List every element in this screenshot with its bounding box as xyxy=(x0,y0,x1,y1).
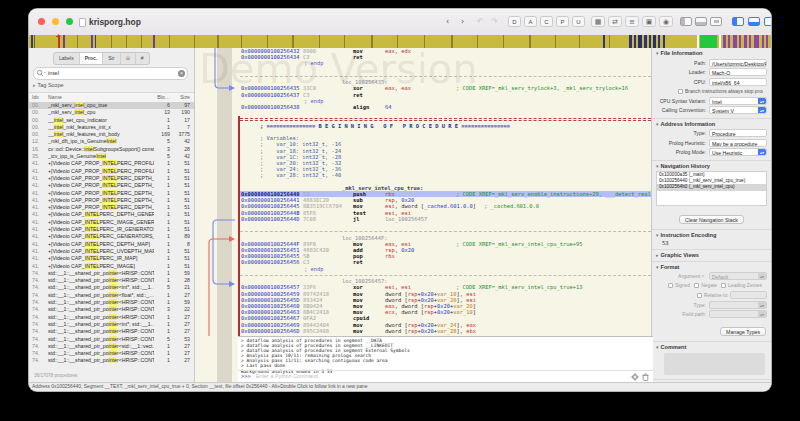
disassembly-view[interactable]: 0x00000001002564328900moveax, edx0x00000… xyxy=(238,48,653,382)
symbol-row[interactable]: 35._icv_ipp_is_GenuineIntel542 xyxy=(29,153,194,160)
ribbon-mark[interactable] xyxy=(700,35,717,48)
ribbon-mark[interactable] xyxy=(126,35,127,48)
symbol-row[interactable]: 74.std::__1::__shared_ptr_pointer<std::_… xyxy=(29,343,194,350)
ribbon-mark[interactable] xyxy=(603,35,605,48)
grid-view-icon[interactable]: ▣ xyxy=(642,16,656,27)
graphic-views-header[interactable]: ▸Graphic Views xyxy=(656,251,767,259)
branch-stop-checkbox[interactable] xyxy=(678,89,683,94)
ribbon-mark[interactable] xyxy=(579,35,580,48)
calling-convention-select[interactable]: System V▴▾ xyxy=(709,106,767,114)
column-idx[interactable]: Idx xyxy=(29,93,48,102)
mark-undefined-button[interactable]: U xyxy=(572,16,585,27)
navigation-history-item[interactable]: 0x1002564b0 (_mkl_serv_intel_cpu) xyxy=(657,184,766,190)
ribbon-mark[interactable] xyxy=(217,35,219,48)
ribbon-mark[interactable] xyxy=(153,35,155,48)
zoom-button[interactable] xyxy=(66,18,73,25)
field-path-select[interactable]: ▴▾ xyxy=(709,310,767,318)
symbol-row[interactable]: 00.__intel_mkl_features_init_body1693775 xyxy=(29,131,194,138)
symbol-row[interactable]: 74.std::__1::__shared_ptr_pointer<HRISP:… xyxy=(29,328,194,335)
ribbon-mark[interactable] xyxy=(649,35,651,48)
symbol-row[interactable]: 41.+[Videoio CAP_PROP_INTELPERC_DEPTH_CO… xyxy=(29,190,194,197)
ribbon-mark[interactable] xyxy=(723,35,726,48)
ribbon-mark[interactable] xyxy=(319,35,320,48)
column-blocks[interactable]: Blo… xyxy=(154,93,170,102)
ribbon-mark[interactable] xyxy=(292,35,294,48)
symbol-row[interactable]: 41.+[Videoio CAP_PROP_INTELPERC_DEPTH_FO… xyxy=(29,197,194,204)
console-input[interactable]: Enter a Python Command xyxy=(256,373,318,379)
minimize-button[interactable] xyxy=(52,18,59,25)
ribbon-mark[interactable] xyxy=(719,35,721,48)
column-name[interactable]: Name xyxy=(48,93,154,102)
ribbon-mark[interactable] xyxy=(634,35,636,48)
toggle-bottom-panel-icon[interactable] xyxy=(748,17,760,26)
symbol-row[interactable]: 00.__intel_mkl_features_init_x17 xyxy=(29,124,194,131)
ribbon-mark[interactable] xyxy=(749,35,751,48)
sidebar-tab-[interactable]: ⊙ xyxy=(121,53,136,64)
gear-icon[interactable] xyxy=(631,373,639,381)
hex-view-icon[interactable]: ▦ xyxy=(591,16,605,27)
close-button[interactable] xyxy=(38,18,45,25)
search-field[interactable]: intel × xyxy=(33,67,188,80)
symbol-row[interactable]: 41.+[Videoio CAP_INTELPERC_UVDEPTH_MAP]1… xyxy=(29,248,194,255)
forward-button[interactable]: › xyxy=(461,16,464,27)
symbol-row[interactable]: 16.cv::ocl::Device::intelSubgroupsSuppor… xyxy=(29,146,194,153)
leading-zeroes-checkbox[interactable] xyxy=(721,283,726,288)
address-information-header[interactable]: ▾Address Information xyxy=(656,120,767,128)
format-type-select[interactable]: ▴▾ xyxy=(709,301,767,309)
ribbon-mark[interactable] xyxy=(451,35,453,48)
ribbon-mark[interactable] xyxy=(555,35,556,48)
column-size[interactable]: Size xyxy=(170,93,194,102)
format-header[interactable]: ▾Format xyxy=(656,263,767,271)
trash-icon[interactable] xyxy=(642,373,649,381)
ribbon-mark[interactable] xyxy=(728,35,730,48)
symbol-row[interactable]: 00._mkl_serv_intel_cpu_true697 xyxy=(29,102,194,109)
file-information-header[interactable]: ▾File Information xyxy=(656,49,767,57)
mark-code-button[interactable]: C xyxy=(540,16,553,27)
syntax-variant-select[interactable]: Intel▴▾ xyxy=(709,97,767,105)
symbol-row[interactable]: 41.+[Videoio CAP_INTELPERC_IR_GENERATOR]… xyxy=(29,226,194,233)
ribbon-mark[interactable] xyxy=(503,35,504,48)
ribbon-mark[interactable] xyxy=(77,35,78,48)
manage-types-button[interactable]: Manage Types xyxy=(720,327,766,336)
ribbon-mark[interactable] xyxy=(663,35,665,48)
ribbon-mark[interactable] xyxy=(744,35,747,48)
symbol-row[interactable]: 74.std::__1::__shared_ptr_pointer<HRISP:… xyxy=(29,277,194,284)
search-input[interactable]: intel xyxy=(48,68,59,79)
symbol-row[interactable]: 74.std::__1::__shared_ptr_pointer<HRISP:… xyxy=(29,314,194,321)
navigation-ribbon[interactable]: + xyxy=(29,35,771,48)
ribbon-mark[interactable] xyxy=(344,35,345,48)
navigation-history-header[interactable]: ▾Navigation History xyxy=(656,162,767,170)
ribbon-mark[interactable] xyxy=(267,35,268,48)
ribbon-mark[interactable] xyxy=(31,35,33,48)
list-view-icon[interactable]: ≡ xyxy=(625,16,639,27)
negate-checkbox[interactable] xyxy=(694,283,699,288)
symbol-row[interactable]: 41.+[Videoio CAP_PROP_INTELPERC_PROFILE_… xyxy=(29,160,194,167)
symbol-row[interactable]: 74.std::__1::__shared_ptr_pointer<HRISP:… xyxy=(29,350,194,357)
symbol-row[interactable]: 41.+[Videoio CAP_INTELPERC_DEPTH_GENERAT… xyxy=(29,211,194,218)
ribbon-mark[interactable] xyxy=(658,35,660,48)
ribbon-mark[interactable] xyxy=(754,35,759,48)
symbol-row[interactable]: 74.std::__1::__shared_ptr_pointer<HRISP:… xyxy=(29,270,194,277)
clear-search-icon[interactable]: × xyxy=(178,70,185,77)
symbol-row[interactable]: 41.+[Videoio CAP_INTELPERC_IMAGE]151 xyxy=(29,263,194,270)
clear-navigation-stack-button[interactable]: Clear Navigation Stack xyxy=(679,215,744,224)
symbol-row[interactable]: 74.std::__1::__shared_ptr_pointer<int*, … xyxy=(29,284,194,291)
sidebar-tab-#[interactable]: # xyxy=(136,53,149,64)
sidebar-tab-labels[interactable]: Labels xyxy=(54,53,80,64)
signed-checkbox[interactable] xyxy=(668,283,673,288)
ribbon-mark[interactable] xyxy=(58,35,60,48)
gray-bottom-pane-icon[interactable] xyxy=(695,17,707,26)
mark-ascii-button[interactable]: A xyxy=(524,16,537,27)
toggle-left-panel-icon[interactable] xyxy=(732,17,744,26)
gray-left-pane-icon[interactable] xyxy=(680,17,692,26)
ribbon-mark[interactable] xyxy=(762,35,764,48)
symbol-row[interactable]: 41.+[Videoio CAP_PROP_INTELPERC_DEPTH_SA… xyxy=(29,182,194,189)
toggle-right-panel-icon[interactable] xyxy=(764,17,772,26)
symbol-row[interactable]: 74.std::__1::__shared_ptr_pointer<HRISP:… xyxy=(29,306,194,313)
redo-button[interactable]: ↷ xyxy=(491,16,498,27)
symbol-row[interactable]: 41.+[Videoio CAP_INTELPERC_GENERATORS_MA… xyxy=(29,233,194,240)
symbol-row[interactable]: 12._mkl_dft_ipo_is_GenuineIntel542 xyxy=(29,138,194,145)
symbol-row[interactable]: 41.+[Videoio CAP_PROP_INTELPERC_DEPTH_FO… xyxy=(29,204,194,211)
ribbon-mark[interactable] xyxy=(194,35,195,48)
undo-button[interactable]: ↶ xyxy=(477,16,484,27)
